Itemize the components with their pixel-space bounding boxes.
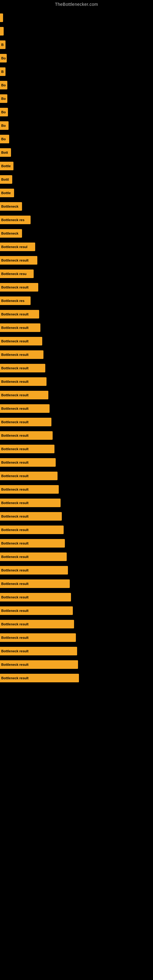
bar-row: Bottleneck result (0, 280, 153, 294)
bar-item: Bottleneck result (0, 525, 64, 534)
bar-item: Bottleneck result (0, 593, 71, 601)
bar-item: Bottleneck result (0, 431, 53, 440)
bar-row: Bottleneck result (0, 348, 153, 361)
bar-row (0, 24, 153, 38)
bar-row: Bottle (0, 186, 153, 200)
bar-item: Bottleneck result (0, 552, 67, 561)
bar-row: Bottleneck result (0, 442, 153, 456)
bar-row: Bo (0, 51, 153, 65)
bar-item: Bo (0, 108, 8, 116)
bar-row: Bo (0, 105, 153, 119)
bar-row: Bottleneck result (0, 469, 153, 483)
bar-row: Bottle (0, 159, 153, 173)
bar-row: Bottleneck result (0, 429, 153, 442)
bar-row: Bottleneck result (0, 617, 153, 631)
bar-item: Bottleneck result (0, 283, 38, 291)
bar-item: B (0, 67, 5, 76)
bar-item (0, 27, 4, 35)
bar-item: Bottleneck res (0, 296, 30, 305)
bar-row: Bottleneck (0, 200, 153, 213)
bar-row: Bottleneck result (0, 671, 153, 685)
bar-item: Bottleneck result (0, 350, 43, 359)
bar-row: Bottleneck result (0, 361, 153, 375)
bar-item: Bottleneck resul (0, 243, 35, 251)
bar-item: Bottleneck result (0, 364, 45, 372)
bar-item: Bottleneck result (0, 620, 74, 628)
bar-item: Bottleneck result (0, 660, 78, 669)
bar-row: Bottleneck result (0, 402, 153, 415)
bar-row: B (0, 65, 153, 78)
bar-item: Bottleneck result (0, 391, 48, 399)
bar-row: Bottleneck result (0, 388, 153, 402)
bar-item: Bottleneck result (0, 499, 61, 507)
bar-item: Bottleneck result (0, 418, 51, 426)
bar-item: Bottleneck result (0, 485, 59, 494)
bar-row: Bottleneck result (0, 658, 153, 671)
bar-row: Bottleneck result (0, 456, 153, 469)
bar-item: Bottleneck result (0, 377, 46, 386)
bar-row: Bottleneck result (0, 577, 153, 590)
bar-item: Bo (0, 121, 9, 130)
bar-row: Bott (0, 146, 153, 159)
site-title: TheBottlenecker.com (0, 0, 153, 8)
bar-item: Bottleneck result (0, 647, 77, 655)
bar-item: Bottleneck resu (0, 269, 33, 278)
bar-row: Bottleneck result (0, 321, 153, 334)
bar-row: B (0, 38, 153, 51)
bar-item: Bottleneck result (0, 445, 54, 453)
bar-row: Bottleneck result (0, 644, 153, 658)
bar-item: Bottleneck result (0, 512, 62, 520)
bar-row: Bottleneck result (0, 307, 153, 321)
bar-item (0, 13, 3, 22)
bar-row: Bottleneck result (0, 536, 153, 550)
bar-item: Bottleneck (0, 229, 22, 238)
bar-item: Bottleneck result (0, 606, 73, 615)
bar-item: Bottleneck (0, 202, 22, 211)
bar-item: Bo (0, 81, 7, 89)
bar-row: Bottleneck result (0, 254, 153, 267)
bar-item: Bo (0, 135, 9, 143)
bar-item: Bott (0, 148, 11, 157)
bar-item: Bottleneck result (0, 323, 40, 332)
bar-row: Bottl (0, 173, 153, 186)
bar-row: Bo (0, 132, 153, 146)
bar-row: Bottleneck resul (0, 240, 153, 254)
bar-row: Bottleneck result (0, 550, 153, 563)
bar-row: Bottleneck result (0, 483, 153, 496)
bar-row: Bottleneck res (0, 294, 153, 307)
bar-item: Bottleneck result (0, 674, 79, 682)
bar-item: Bottleneck result (0, 458, 56, 467)
bar-item: Bottle (0, 189, 14, 197)
bar-row: Bottleneck result (0, 590, 153, 604)
bar-row: Bo (0, 119, 153, 132)
bar-item: Bottle (0, 162, 13, 170)
bar-row: Bottleneck result (0, 604, 153, 617)
bar-item: Bottleneck result (0, 566, 68, 574)
bar-item: Bottleneck result (0, 539, 65, 547)
bar-item: Bottleneck res (0, 216, 30, 224)
bar-row: Bottleneck result (0, 510, 153, 523)
bar-row: Bottleneck resu (0, 267, 153, 280)
bar-item: Bottleneck result (0, 404, 49, 413)
bar-row: Bo (0, 78, 153, 92)
bar-row (0, 11, 153, 24)
bar-row: Bottleneck result (0, 631, 153, 644)
bar-item: Bottleneck result (0, 633, 76, 642)
bar-item: Bo (0, 94, 7, 103)
bar-item: Bottleneck result (0, 337, 42, 345)
bar-row: Bottleneck result (0, 334, 153, 348)
bar-row: Bottleneck result (0, 375, 153, 388)
bar-row: Bottleneck result (0, 523, 153, 536)
bar-row: Bottleneck result (0, 496, 153, 510)
bars-container: BBoBBoBoBoBoBoBottBottleBottlBottleBottl… (0, 8, 153, 685)
bar-item: Bottl (0, 175, 12, 184)
bar-item: Bottleneck result (0, 256, 37, 265)
bar-item: Bottleneck result (0, 579, 70, 588)
bar-row: Bottleneck (0, 227, 153, 240)
bar-row: Bo (0, 92, 153, 105)
bar-item: Bottleneck result (0, 310, 39, 318)
bar-row: Bottleneck res (0, 213, 153, 227)
bar-row: Bottleneck result (0, 415, 153, 429)
bar-item: Bottleneck result (0, 472, 57, 480)
bar-row: Bottleneck result (0, 563, 153, 577)
